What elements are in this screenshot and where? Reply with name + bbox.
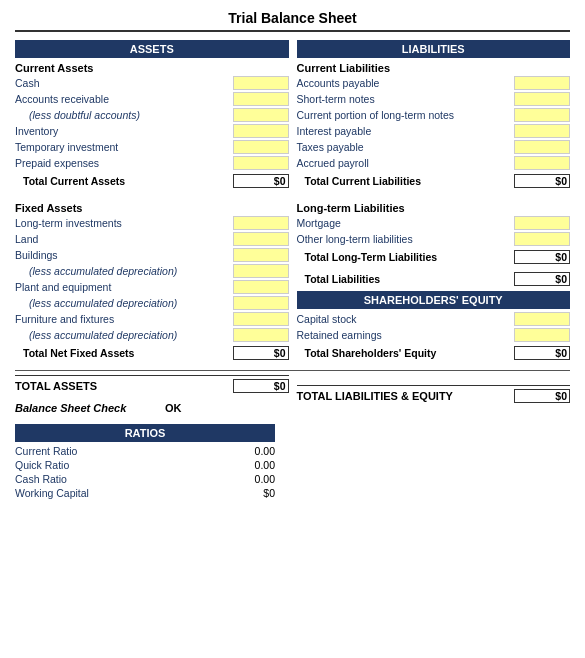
total-current-assets-row: Total Current Assets $0 [15,172,289,190]
mortgage-label: Mortgage [297,217,515,229]
prepaid-expenses-input[interactable] [233,156,289,170]
list-item: Long-term investments [15,215,289,231]
balance-check-value: OK [165,402,182,414]
less-accum-dep3-label: (less accumulated depreciation) [15,329,233,341]
current-ratio-label: Current Ratio [15,445,77,457]
list-item: Prepaid expenses [15,155,289,171]
list-item: Inventory [15,123,289,139]
balance-check-label: Balance Sheet Check [15,402,145,414]
list-item: Other long-term liabilities [297,231,571,247]
list-item: Cash [15,75,289,91]
accrued-payroll-input[interactable] [514,156,570,170]
current-assets-title: Current Assets [15,62,289,74]
ratio-row-current: Current Ratio 0.00 [15,444,275,458]
interest-payable-label: Interest payable [297,125,515,137]
mortgage-input[interactable] [514,216,570,230]
assets-header: ASSETS [15,40,289,58]
less-accum-dep2-label: (less accumulated depreciation) [15,297,233,309]
total-liabilities-value: $0 [514,272,570,286]
total-equity-label: Total Shareholders' Equity [297,347,515,359]
ratios-header: RATIOS [15,424,275,442]
total-assets-row: TOTAL ASSETS $0 [15,375,289,396]
taxes-payable-input[interactable] [514,140,570,154]
list-item: (less accumulated depreciation) [15,263,289,279]
list-item: Retained earnings [297,327,571,343]
working-capital-label: Working Capital [15,487,89,499]
liabilities-header: LIABILITIES [297,40,571,58]
total-longterm-liabilities-row: Total Long-Term Liabilities $0 [297,248,571,266]
list-item: Buildings [15,247,289,263]
retained-earnings-input[interactable] [514,328,570,342]
list-item: Short-term notes [297,91,571,107]
less-doubtful-input[interactable] [233,108,289,122]
current-liabilities-title: Current Liabilities [297,62,571,74]
less-accum-dep1-input[interactable] [233,264,289,278]
temporary-investment-label: Temporary investment [15,141,233,153]
list-item: Taxes payable [297,139,571,155]
balance-check-row: Balance Sheet Check OK [15,400,289,416]
retained-earnings-label: Retained earnings [297,329,515,341]
current-portion-longterm-input[interactable] [514,108,570,122]
longterm-investments-input[interactable] [233,216,289,230]
total-net-fixed-assets-value: $0 [233,346,289,360]
fixed-assets-title: Fixed Assets [15,202,289,214]
total-assets-value: $0 [233,379,289,393]
buildings-input[interactable] [233,248,289,262]
inventory-input[interactable] [233,124,289,138]
less-accum-dep1-label: (less accumulated depreciation) [15,265,233,277]
other-longterm-label: Other long-term liabilities [297,233,515,245]
quick-ratio-value: 0.00 [235,459,275,471]
interest-payable-input[interactable] [514,124,570,138]
less-accum-dep2-input[interactable] [233,296,289,310]
total-liabilities-equity-value: $0 [514,389,570,403]
ratio-row-quick: Quick Ratio 0.00 [15,458,275,472]
short-term-notes-label: Short-term notes [297,93,515,105]
accounts-receivable-label: Accounts receivable [15,93,233,105]
list-item: (less accumulated depreciation) [15,327,289,343]
list-item: Accrued payroll [297,155,571,171]
plant-equipment-input[interactable] [233,280,289,294]
total-current-liabilities-row: Total Current Liabilities $0 [297,172,571,190]
accounts-payable-label: Accounts payable [297,77,515,89]
buildings-label: Buildings [15,249,233,261]
accounts-receivable-input[interactable] [233,92,289,106]
total-liabilities-equity-row: TOTAL LIABILITIES & EQUITY $0 [297,385,571,406]
total-longterm-liabilities-value: $0 [514,250,570,264]
total-net-fixed-assets-row: Total Net Fixed Assets $0 [15,344,289,362]
short-term-notes-input[interactable] [514,92,570,106]
list-item: Current portion of long-term notes [297,107,571,123]
taxes-payable-label: Taxes payable [297,141,515,153]
cash-ratio-value: 0.00 [235,473,275,485]
cash-ratio-label: Cash Ratio [15,473,67,485]
furniture-fixtures-label: Furniture and fixtures [15,313,233,325]
current-portion-longterm-label: Current portion of long-term notes [297,109,515,121]
total-equity-row: Total Shareholders' Equity $0 [297,344,571,362]
ratio-row-working-capital: Working Capital $0 [15,486,275,500]
prepaid-expenses-label: Prepaid expenses [15,157,233,169]
land-label: Land [15,233,233,245]
longterm-liabilities-title: Long-term Liabilities [297,202,571,214]
total-current-liabilities-value: $0 [514,174,570,188]
list-item: Capital stock [297,311,571,327]
list-item: Accounts payable [297,75,571,91]
temporary-investment-input[interactable] [233,140,289,154]
total-longterm-liabilities-label: Total Long-Term Liabilities [297,251,515,263]
furniture-fixtures-input[interactable] [233,312,289,326]
accounts-payable-input[interactable] [514,76,570,90]
total-current-assets-label: Total Current Assets [15,175,233,187]
land-input[interactable] [233,232,289,246]
page-title: Trial Balance Sheet [15,10,570,32]
list-item: Land [15,231,289,247]
capital-stock-input[interactable] [514,312,570,326]
total-assets-label: TOTAL ASSETS [15,380,97,392]
list-item: Accounts receivable [15,91,289,107]
list-item: Furniture and fixtures [15,311,289,327]
plant-equipment-label: Plant and equipment [15,281,233,293]
inventory-label: Inventory [15,125,233,137]
other-longterm-input[interactable] [514,232,570,246]
total-current-assets-value: $0 [233,174,289,188]
current-ratio-value: 0.00 [235,445,275,457]
less-accum-dep3-input[interactable] [233,328,289,342]
list-item: Plant and equipment [15,279,289,295]
cash-input[interactable] [233,76,289,90]
